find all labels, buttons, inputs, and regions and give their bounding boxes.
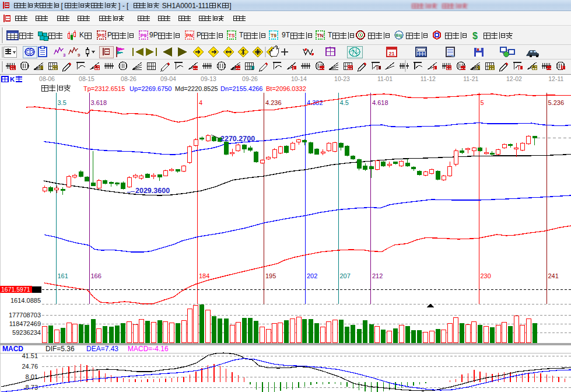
svg-text:Dn=2155.4266: Dn=2155.4266 xyxy=(220,85,262,92)
svg-text:P: P xyxy=(197,31,201,39)
svg-text:K: K xyxy=(217,2,222,10)
svg-text:T: T xyxy=(328,31,332,39)
svg-text:DIF=5.36: DIF=5.36 xyxy=(45,345,75,353)
svg-text:3.618: 3.618 xyxy=(91,99,107,106)
svg-text:09-13: 09-13 xyxy=(201,75,216,82)
svg-text:K: K xyxy=(10,76,15,83)
svg-text:184: 184 xyxy=(199,272,209,279)
svg-text:08-26: 08-26 xyxy=(121,75,136,82)
svg-text:08-06: 08-06 xyxy=(39,75,55,82)
svg-text:12-02: 12-02 xyxy=(506,75,522,82)
svg-text:230: 230 xyxy=(481,272,491,279)
svg-text:2270.2700: 2270.2700 xyxy=(220,135,255,143)
svg-text:24.76: 24.76 xyxy=(22,363,38,370)
svg-text:09-04: 09-04 xyxy=(160,75,176,82)
svg-text:11-12: 11-12 xyxy=(421,75,436,82)
svg-text:41.51: 41.51 xyxy=(22,352,38,359)
svg-text:5.236: 5.236 xyxy=(548,99,565,106)
svg-text:MACD: MACD xyxy=(2,345,23,353)
svg-text:1614.0885: 1614.0885 xyxy=(10,297,41,304)
svg-text:118472469: 118472469 xyxy=(9,320,41,327)
svg-text:9: 9 xyxy=(78,52,80,58)
svg-text:59236234: 59236234 xyxy=(12,329,41,336)
svg-text:$: $ xyxy=(472,31,478,41)
svg-text:195: 195 xyxy=(265,272,276,279)
svg-text:Up=2269.6750: Up=2269.6750 xyxy=(129,85,171,92)
svg-text:4: 4 xyxy=(199,99,202,106)
svg-text:]: ] xyxy=(229,2,231,10)
svg-text:4.236: 4.236 xyxy=(265,99,282,106)
svg-text:TN: TN xyxy=(317,33,323,38)
svg-text:DEA=7.43: DEA=7.43 xyxy=(86,345,118,353)
svg-text:9P: 9P xyxy=(149,31,158,39)
svg-text:PS: PS xyxy=(98,33,105,38)
svg-text:Bt=2096.0332: Bt=2096.0332 xyxy=(266,85,306,92)
svg-text:21: 21 xyxy=(388,51,394,57)
svg-text:Md=2220.8525: Md=2220.8525 xyxy=(175,85,218,92)
svg-text:10-23: 10-23 xyxy=(334,75,350,82)
svg-text:4.618: 4.618 xyxy=(372,99,388,106)
svg-text:12-11: 12-11 xyxy=(548,75,563,82)
svg-text:3: 3 xyxy=(63,52,66,58)
svg-text:P9: P9 xyxy=(141,33,147,38)
svg-text:2029.3600: 2029.3600 xyxy=(135,187,170,195)
svg-text:Big: Big xyxy=(395,33,402,38)
svg-text:SH1A0001-111: SH1A0001-111 xyxy=(162,2,209,10)
svg-text:P: P xyxy=(107,31,112,39)
svg-text:241: 241 xyxy=(548,272,559,279)
svg-text:Tp=2312.6515: Tp=2312.6515 xyxy=(83,85,125,92)
svg-text:4.5: 4.5 xyxy=(340,99,349,106)
svg-text:] - [: ] - [ xyxy=(118,2,129,10)
svg-text:11-21: 11-21 xyxy=(463,75,478,82)
svg-text:207: 207 xyxy=(340,272,351,279)
svg-text:9T: 9T xyxy=(282,31,290,39)
svg-text:TS: TS xyxy=(229,33,235,38)
svg-text:MACD=-4.16: MACD=-4.16 xyxy=(128,345,169,353)
svg-text:5: 5 xyxy=(481,99,484,106)
svg-text:212: 212 xyxy=(372,272,383,279)
svg-text:202: 202 xyxy=(307,272,317,279)
svg-text:1671.5971: 1671.5971 xyxy=(1,286,30,293)
svg-text:10-14: 10-14 xyxy=(291,75,307,82)
svg-text:161: 161 xyxy=(58,272,68,279)
svg-text:PN: PN xyxy=(186,33,193,38)
svg-text:166: 166 xyxy=(91,272,101,279)
svg-text:09-26: 09-26 xyxy=(242,75,258,82)
svg-text:08-15: 08-15 xyxy=(79,75,94,82)
svg-text:T9: T9 xyxy=(271,33,276,38)
svg-text:177708703: 177708703 xyxy=(9,312,41,318)
svg-text:3.5: 3.5 xyxy=(58,99,66,106)
svg-text:T: T xyxy=(239,31,244,39)
svg-text:11-01: 11-01 xyxy=(377,75,393,82)
svg-text:K: K xyxy=(79,31,84,39)
